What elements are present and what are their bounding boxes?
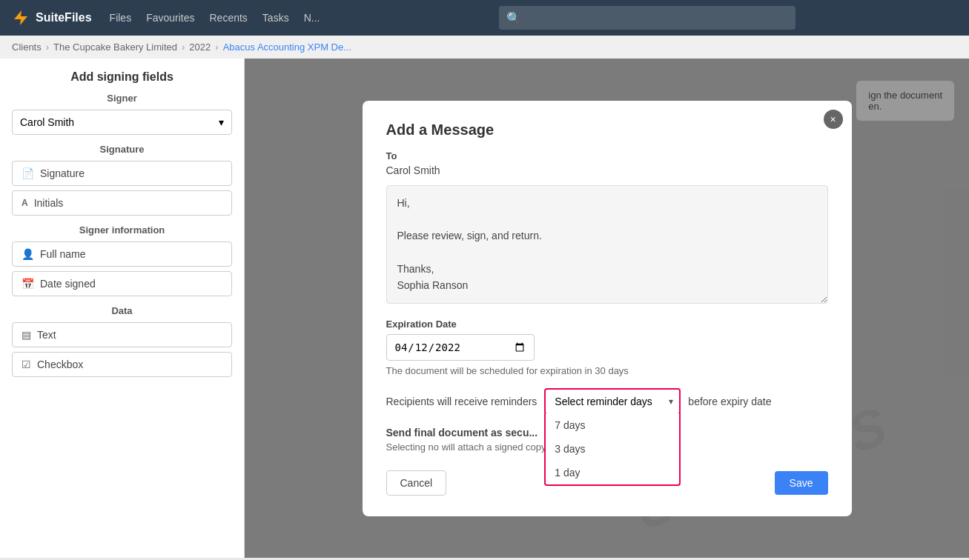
initials-icon: A — [22, 198, 28, 208]
signature-section-label: Signature — [12, 144, 232, 155]
breadcrumb: Clients › The Cupcake Bakery Limited › 2… — [0, 36, 969, 59]
search-icon: 🔍 — [506, 11, 521, 25]
cancel-button[interactable]: Cancel — [386, 470, 447, 496]
signer-value: Carol Smith — [20, 116, 74, 128]
signer-section-label: Signer — [12, 93, 232, 104]
top-navigation: SuiteFiles Files Favourites Recents Task… — [0, 0, 969, 36]
breadcrumb-company[interactable]: The Cupcake Bakery Limited — [53, 41, 177, 53]
expiration-date-input[interactable] — [386, 334, 535, 361]
text-icon: ▤ — [22, 329, 31, 341]
reminder-dropdown: 7 days 3 days 1 day — [544, 413, 681, 486]
add-message-modal: × Add a Message To Carol Smith Hi, Pleas… — [363, 101, 852, 516]
date-signed-btn[interactable]: 📅 Date signed — [12, 271, 232, 296]
signer-dropdown[interactable]: Carol Smith ▾ — [12, 110, 232, 135]
signature-icon: 📄 — [22, 167, 34, 179]
chevron-down-icon: ▾ — [219, 116, 224, 128]
sidebar-title: Add signing fields — [12, 70, 232, 84]
to-value: Carol Smith — [386, 164, 828, 176]
signer-info-section-label: Signer information — [12, 224, 232, 236]
reminder-row: Recipients will receive reminders Select… — [386, 388, 828, 415]
breadcrumb-sep2: › — [182, 41, 185, 53]
modal-overlay: × Add a Message To Carol Smith Hi, Pleas… — [245, 59, 969, 558]
nav-tasks[interactable]: Tasks — [262, 12, 289, 24]
reminder-7days[interactable]: 7 days — [546, 413, 679, 437]
checkbox-icon: ☑ — [22, 359, 31, 370]
reminder-label: Recipients will receive reminders — [386, 396, 538, 407]
person-icon: 👤 — [22, 248, 34, 260]
breadcrumb-sep1: › — [46, 41, 49, 53]
brand-name: SuiteFiles — [36, 11, 92, 24]
signature-field-btn[interactable]: 📄 Signature — [12, 161, 232, 186]
breadcrumb-doc[interactable]: Abacus Accounting XPM De... — [223, 41, 351, 53]
expiration-date-label: Expiration Date — [386, 319, 828, 330]
svg-marker-0 — [14, 10, 27, 25]
brand-logo: SuiteFiles — [12, 9, 92, 27]
breadcrumb-year[interactable]: 2022 — [189, 41, 211, 53]
search-bar[interactable]: 🔍 — [499, 6, 796, 30]
full-name-btn[interactable]: 👤 Full name — [12, 241, 232, 267]
data-section-label: Data — [12, 305, 232, 316]
to-label: To — [386, 150, 828, 161]
checkbox-field-btn[interactable]: ☑ Checkbox — [12, 352, 232, 377]
full-name-label: Full name — [40, 248, 85, 260]
nav-favourites[interactable]: Favourites — [146, 12, 194, 24]
nav-recents[interactable]: Recents — [210, 12, 248, 24]
text-field-btn[interactable]: ▤ Text — [12, 322, 232, 347]
reminder-select-wrapper: Select reminder days 7 days 3 days 1 day… — [544, 388, 681, 415]
sidebar: Add signing fields Signer Carol Smith ▾ … — [0, 59, 245, 558]
initials-field-btn[interactable]: A Initials — [12, 190, 232, 216]
calendar-icon: 📅 — [22, 278, 34, 290]
message-textarea[interactable]: Hi, Please review, sign, and return. Tha… — [386, 185, 828, 304]
main-layout: Add signing fields Signer Carol Smith ▾ … — [0, 59, 969, 558]
reminder-1day[interactable]: 1 day — [546, 461, 679, 484]
save-button[interactable]: Save — [775, 471, 828, 495]
modal-title: Add a Message — [386, 121, 828, 139]
date-signed-label: Date signed — [40, 278, 96, 290]
expiry-hint: The document will be scheduled for expir… — [386, 365, 828, 376]
nav-links: Files Favourites Recents Tasks N... — [110, 12, 320, 24]
lightning-icon — [12, 9, 30, 27]
text-btn-label: Text — [37, 329, 56, 341]
reminder-select[interactable]: Select reminder days 7 days 3 days 1 day — [546, 390, 679, 413]
breadcrumb-clients[interactable]: Clients — [12, 41, 42, 53]
nav-files[interactable]: Files — [110, 12, 132, 24]
nav-more[interactable]: N... — [304, 12, 320, 24]
reminder-3days[interactable]: 3 days — [546, 437, 679, 461]
before-expiry-label: before expiry date — [688, 396, 771, 407]
document-content: ign the document en. UNIFILES × Add a Me… — [245, 59, 969, 558]
modal-close-button[interactable]: × — [824, 110, 843, 129]
checkbox-btn-label: Checkbox — [37, 359, 83, 370]
signature-btn-label: Signature — [40, 167, 85, 179]
breadcrumb-sep3: › — [215, 41, 218, 53]
initials-btn-label: Initials — [34, 197, 64, 209]
